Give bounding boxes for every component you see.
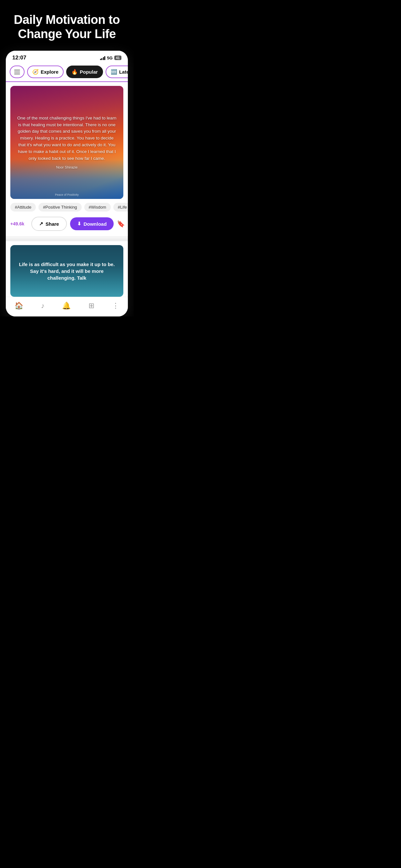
nav-notifications[interactable]: 🔔 bbox=[59, 300, 74, 311]
tag-positive-thinking[interactable]: #Positive Thinking bbox=[38, 203, 81, 212]
nav-more[interactable]: ⋮ bbox=[109, 300, 122, 311]
signal-bar-1 bbox=[100, 59, 101, 60]
popular-icon: 🔥 bbox=[71, 69, 78, 75]
nav-grid[interactable]: ⊞ bbox=[85, 300, 97, 311]
quote-tags: #Attitude #Positive Thinking #Wisdom #Li… bbox=[6, 199, 128, 215]
explore-icon: 🧭 bbox=[32, 69, 39, 75]
tag-life[interactable]: #Life bbox=[113, 203, 128, 212]
bookmark-icon: 🔖 bbox=[117, 220, 125, 228]
network-label: 5G bbox=[107, 56, 112, 60]
app-title: Daily Motivation to Change Your Life bbox=[6, 13, 127, 41]
quote-text-2: Life is as difficult as you make it up t… bbox=[10, 256, 123, 286]
nav-music[interactable]: ♪ bbox=[38, 300, 48, 311]
likes-count: +49.6k bbox=[10, 221, 28, 226]
download-icon: ⬇ bbox=[77, 221, 81, 227]
signal-bars bbox=[100, 56, 105, 60]
quote-feed: One of the most challenging things I've … bbox=[6, 82, 128, 297]
tab-popular[interactable]: 🔥 Popular bbox=[66, 66, 103, 78]
notifications-icon: 🔔 bbox=[62, 302, 71, 310]
nav-home[interactable]: 🏠 bbox=[11, 300, 27, 311]
card-divider bbox=[6, 239, 128, 241]
tab-menu[interactable] bbox=[10, 66, 25, 78]
quote-image-2: Life is as difficult as you make it up t… bbox=[10, 245, 123, 297]
bottom-nav: 🏠 ♪ 🔔 ⊞ ⋮ bbox=[6, 297, 128, 316]
hamburger-icon bbox=[14, 70, 20, 74]
grid-icon: ⊞ bbox=[89, 302, 94, 310]
quote-body: One of the most challenging things I've … bbox=[17, 115, 117, 162]
latest-icon: 🆕 bbox=[111, 69, 117, 75]
app-title-section: Daily Motivation to Change Your Life bbox=[0, 0, 134, 51]
share-icon: ↗ bbox=[39, 221, 43, 227]
status-time: 12:07 bbox=[12, 55, 26, 61]
quote-author: Noor Shirazie bbox=[17, 165, 117, 170]
status-icons: 5G 41 bbox=[100, 56, 121, 60]
status-bar: 12:07 5G 41 bbox=[6, 51, 128, 63]
home-icon: 🏠 bbox=[14, 302, 23, 310]
tab-latest[interactable]: 🆕 Latest bbox=[105, 66, 128, 78]
signal-bar-3 bbox=[103, 57, 104, 60]
nav-tabs: 🧭 Explore 🔥 Popular 🆕 Latest bbox=[6, 63, 128, 82]
quote-image-1: One of the most challenging things I've … bbox=[10, 86, 123, 199]
tab-explore[interactable]: 🧭 Explore bbox=[27, 66, 64, 78]
music-icon: ♪ bbox=[41, 302, 44, 310]
quote-card-2: Life is as difficult as you make it up t… bbox=[6, 241, 128, 297]
battery-badge: 41 bbox=[114, 56, 121, 60]
action-row: +49.6k ↗ Share ⬇ Download 🔖 bbox=[6, 215, 128, 236]
quote-card-1: One of the most challenging things I've … bbox=[6, 82, 128, 236]
signal-bar-4 bbox=[104, 56, 105, 60]
more-icon: ⋮ bbox=[112, 302, 119, 310]
popular-label: Popular bbox=[80, 69, 98, 74]
tag-wisdom[interactable]: #Wisdom bbox=[84, 203, 111, 212]
download-label: Download bbox=[84, 221, 107, 227]
latest-label: Latest bbox=[119, 69, 128, 74]
share-label: Share bbox=[45, 221, 59, 227]
tag-attitude[interactable]: #Attitude bbox=[10, 203, 36, 212]
watermark: Peace of Positivity bbox=[55, 193, 79, 196]
quote-image-container-2: Life is as difficult as you make it up t… bbox=[6, 241, 128, 297]
share-button[interactable]: ↗ Share bbox=[31, 217, 67, 231]
quote-image-container: One of the most challenging things I've … bbox=[6, 82, 128, 199]
phone-frame: 12:07 5G 41 🧭 Explore 🔥 Po bbox=[6, 51, 128, 316]
signal-bar-2 bbox=[101, 58, 102, 60]
explore-label: Explore bbox=[41, 69, 58, 74]
quote-text-overlay: One of the most challenging things I've … bbox=[10, 108, 123, 177]
download-button[interactable]: ⬇ Download bbox=[70, 217, 114, 230]
bookmark-button[interactable]: 🔖 bbox=[117, 217, 125, 230]
